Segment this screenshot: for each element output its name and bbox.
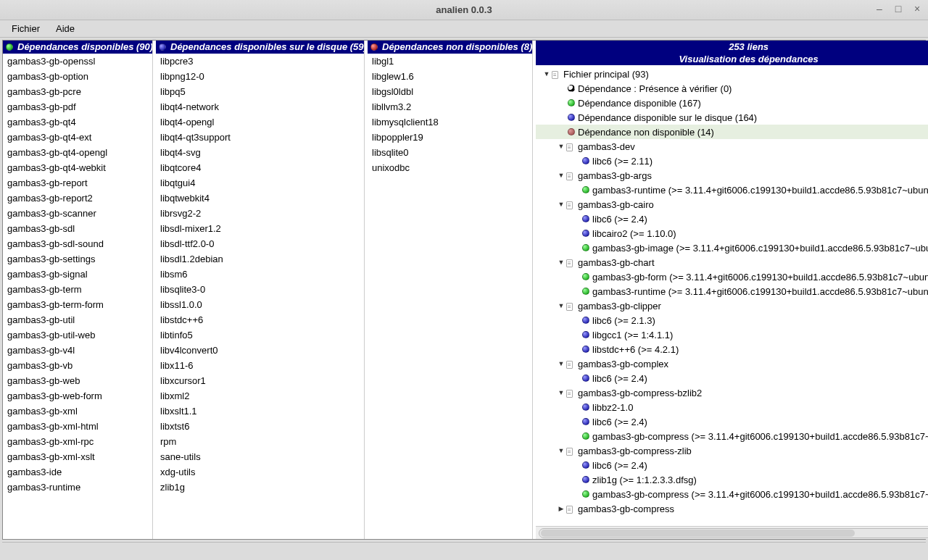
list-item[interactable]: gambas3-gb-vb — [3, 358, 152, 373]
list-item[interactable]: gambas3-gb-qt4-webkit — [3, 160, 152, 175]
list-item[interactable]: gambas3-gb-signal — [3, 267, 152, 282]
list-item[interactable]: libpq5 — [156, 84, 364, 99]
list-item[interactable]: libgsl0ldbl — [368, 84, 532, 99]
expand-twisty[interactable]: ▶ — [556, 505, 566, 512]
list-item[interactable]: libqtcore4 — [156, 160, 364, 175]
list-item[interactable]: gambas3-gb-qt4 — [3, 114, 152, 130]
list-item[interactable]: gambas3-gb-openssl — [3, 54, 152, 69]
list-item[interactable]: libllvm3.2 — [368, 99, 532, 114]
list-item[interactable]: gambas3-gb-option — [3, 69, 152, 84]
tree-row[interactable]: gambas3-runtime (>= 3.11.4+git6006.c1991… — [536, 284, 928, 298]
expand-twisty[interactable]: ▼ — [556, 259, 566, 266]
list-item[interactable]: gambas3-gb-util-web — [3, 327, 152, 343]
tree-row[interactable]: Dépendance disponible (167) — [536, 96, 928, 110]
list-item[interactable]: libsdl1.2debian — [156, 251, 364, 267]
list-item[interactable]: xdg-utils — [156, 464, 364, 480]
list-item[interactable]: libpoppler19 — [368, 130, 532, 145]
minimize-button[interactable]: – — [873, 3, 886, 14]
tree-row[interactable]: libstdc++6 (>= 4.2.1) — [536, 342, 928, 356]
list-item[interactable]: libxslt1.1 — [156, 404, 364, 419]
list-item[interactable]: libx11-6 — [156, 358, 364, 373]
tree-row[interactable]: libbz2-1.0 — [536, 400, 928, 414]
tree-row[interactable]: ▼gambas3-gb-args — [536, 168, 928, 183]
expand-twisty[interactable]: ▼ — [556, 143, 566, 150]
tree-row[interactable]: zlib1g (>= 1:1.2.3.3.dfsg) — [536, 472, 928, 487]
expand-twisty[interactable]: ▼ — [556, 302, 566, 309]
tree-row[interactable]: libc6 (>= 2.1.3) — [536, 313, 928, 327]
list-item[interactable]: libxml2 — [156, 388, 364, 404]
list-item[interactable]: libqt4-opengl — [156, 114, 364, 130]
list-item[interactable]: gambas3-gb-qt4-opengl — [3, 145, 152, 160]
list-item[interactable]: gambas3-gb-xml-rpc — [3, 434, 152, 449]
list-item[interactable]: libqt4-network — [156, 99, 364, 114]
list-item[interactable]: gambas3-gb-xml — [3, 404, 152, 419]
list-item[interactable]: libqtwebkit4 — [156, 191, 364, 206]
tree-row[interactable]: gambas3-gb-compress (>= 3.11.4+git6006.c… — [536, 429, 928, 443]
expand-twisty[interactable]: ▼ — [556, 389, 566, 396]
tree-row[interactable]: libgcc1 (>= 1:4.1.1) — [536, 327, 928, 342]
menu-file[interactable]: Fichier — [4, 22, 47, 35]
tree-row[interactable]: gambas3-gb-form (>= 3.11.4+git6006.c1991… — [536, 269, 928, 284]
list-item[interactable]: gambas3-gb-pdf — [3, 99, 152, 114]
list-item[interactable]: libsdl-mixer1.2 — [156, 221, 364, 236]
tree-row[interactable]: ▼gambas3-gb-clipper — [536, 298, 928, 313]
tree-row[interactable]: gambas3-gb-image (>= 3.11.4+git6006.c199… — [536, 241, 928, 255]
close-button[interactable]: × — [911, 3, 924, 14]
list-item[interactable]: gambas3-gb-xml-xslt — [3, 449, 152, 464]
tree-row[interactable]: ▼gambas3-gb-compress-zlib — [536, 443, 928, 458]
list-item[interactable]: unixodbc — [368, 160, 532, 175]
list-item[interactable]: libqt4-qt3support — [156, 130, 364, 145]
list-item[interactable]: gambas3-gb-sdl-sound — [3, 236, 152, 251]
list-item[interactable]: libsdl-ttf2.0-0 — [156, 236, 364, 251]
tree-row[interactable]: Dépendance : Présence à vérifier (0) — [536, 81, 928, 96]
list-item[interactable]: libqt4-svg — [156, 145, 364, 160]
list-item[interactable]: libtinfo5 — [156, 327, 364, 343]
list-item[interactable]: libglew1.6 — [368, 69, 532, 84]
list-item[interactable]: gambas3-gb-web-form — [3, 388, 152, 404]
expand-twisty[interactable]: ▼ — [556, 172, 566, 179]
list-item[interactable]: libsm6 — [156, 267, 364, 282]
tree-row[interactable]: ▼Fichier principal (93) — [536, 67, 928, 81]
list-item[interactable]: gambas3-gb-term — [3, 282, 152, 297]
tree-row[interactable]: libcairo2 (>= 1.10.0) — [536, 226, 928, 241]
list-item[interactable]: sane-utils — [156, 449, 364, 464]
list-item[interactable]: gambas3-gb-sdl — [3, 221, 152, 236]
list-item[interactable]: gambas3-gb-settings — [3, 251, 152, 267]
tree-row[interactable]: ▼gambas3-gb-compress-bzlib2 — [536, 385, 928, 400]
tree-row[interactable]: ▶gambas3-gb-compress — [536, 501, 928, 516]
list-item[interactable]: gambas3-gb-pcre — [3, 84, 152, 99]
tree-row[interactable]: libc6 (>= 2.4) — [536, 414, 928, 429]
tree-row[interactable]: libc6 (>= 2.11) — [536, 154, 928, 168]
horizontal-scrollbar[interactable] — [536, 526, 928, 539]
list-item[interactable]: gambas3-ide — [3, 464, 152, 480]
expand-twisty[interactable]: ▼ — [556, 360, 566, 367]
expand-twisty[interactable]: ▼ — [542, 70, 552, 78]
available-list[interactable]: gambas3-gb-opensslgambas3-gb-optiongamba… — [3, 54, 152, 539]
list-item[interactable]: gambas3-gb-web — [3, 373, 152, 388]
tree-row[interactable]: libc6 (>= 2.4) — [536, 371, 928, 385]
tree-row[interactable]: ▼gambas3-dev — [536, 139, 928, 154]
tree-row[interactable]: libc6 (>= 2.4) — [536, 212, 928, 226]
menu-help[interactable]: Aide — [49, 22, 82, 35]
list-item[interactable]: libsqlite3-0 — [156, 282, 364, 297]
tree-row[interactable]: ▼gambas3-gb-cairo — [536, 197, 928, 212]
list-item[interactable]: libgl1 — [368, 54, 532, 69]
hscroll-thumb[interactable] — [541, 530, 855, 537]
list-item[interactable]: gambas3-gb-xml-html — [3, 419, 152, 434]
list-item[interactable]: libxcursor1 — [156, 373, 364, 388]
tree-row[interactable]: Dépendance disponible sur le disque (164… — [536, 110, 928, 125]
tree-row[interactable]: Dépendance non disponible (14) — [536, 125, 928, 139]
disk-list[interactable]: libpcre3libpng12-0libpq5libqt4-networkli… — [156, 54, 364, 539]
unavailable-list[interactable]: libgl1libglew1.6libgsl0ldbllibllvm3.2lib… — [368, 54, 532, 539]
list-item[interactable]: gambas3-gb-util — [3, 312, 152, 327]
list-item[interactable]: libpcre3 — [156, 54, 364, 69]
tree-row[interactable]: libc6 (>= 2.4) — [536, 458, 928, 472]
expand-twisty[interactable]: ▼ — [556, 201, 566, 208]
list-item[interactable]: gambas3-gb-qt4-ext — [3, 130, 152, 145]
list-item[interactable]: libssl1.0.0 — [156, 297, 364, 312]
tree-row[interactable]: gambas3-gb-compress (>= 3.11.4+git6006.c… — [536, 487, 928, 501]
tree-row[interactable]: ▼gambas3-gb-complex — [536, 356, 928, 371]
list-item[interactable]: gambas3-gb-v4l — [3, 343, 152, 358]
list-item[interactable]: rpm — [156, 434, 364, 449]
list-item[interactable]: zlib1g — [156, 480, 364, 495]
